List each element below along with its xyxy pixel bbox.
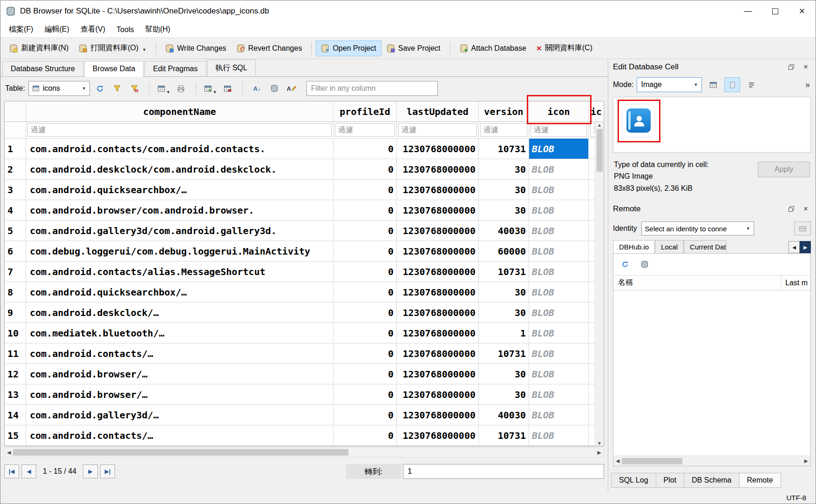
cell-lastUpdated[interactable]: 1230768000000	[397, 364, 479, 384]
export-table-button[interactable]: ▼	[157, 81, 171, 95]
row-number[interactable]: 3	[5, 180, 26, 200]
scroll-left-icon[interactable]: ◀	[7, 450, 11, 456]
cell-profileId[interactable]: 0	[333, 221, 397, 241]
manage-identities-button[interactable]	[794, 222, 811, 235]
export-data-button[interactable]	[724, 77, 740, 92]
cell-version[interactable]: 30	[479, 302, 529, 323]
save-project-button[interactable]: Save Project	[381, 40, 446, 56]
cell-lastUpdated[interactable]: 1230768000000	[397, 405, 479, 425]
cell-lastUpdated[interactable]: 1230768000000	[397, 425, 479, 446]
cell-lastUpdated[interactable]: 1230768000000	[397, 200, 479, 221]
cell-profileId[interactable]: 0	[333, 302, 397, 323]
identity-select[interactable]: Select an identity to conne ▼	[641, 222, 754, 235]
open-project-button[interactable]: Open Project	[316, 40, 381, 56]
previous-record-button[interactable]: ◀	[21, 464, 36, 478]
cell-profileId[interactable]: 0	[333, 180, 397, 200]
menu-edit[interactable]: 編輯(E)	[39, 22, 75, 37]
cell-lastUpdated[interactable]: 1230768000000	[397, 180, 479, 200]
cell-lastUpdated[interactable]: 1230768000000	[397, 323, 479, 343]
cell-componentName[interactable]: com.android.deskclock/com.android.deskcl…	[26, 159, 333, 180]
cell-componentName[interactable]: com.android.quicksearchbox/…	[26, 282, 333, 302]
scroll-right-icon[interactable]: ▶	[598, 450, 601, 456]
edit-cell-button[interactable]: A	[285, 81, 299, 95]
last-record-button[interactable]: ▶|	[100, 464, 115, 478]
row-number[interactable]: 2	[5, 159, 26, 180]
cell-icon-blob[interactable]: BLOB	[529, 384, 589, 405]
next-record-button[interactable]: ▶	[83, 464, 98, 478]
cell-version[interactable]: 30	[479, 364, 529, 384]
cell-icon-blob[interactable]: BLOB	[529, 343, 589, 364]
mode-select[interactable]: Image ▼	[637, 77, 702, 92]
scroll-down-icon[interactable]: ▼	[597, 441, 602, 446]
table-select[interactable]: icons ▼	[28, 81, 90, 96]
cell-icon-blob[interactable]: BLOB	[529, 282, 589, 302]
tab-plot[interactable]: Plot	[656, 473, 685, 488]
cell-icon-blob[interactable]: BLOB	[529, 425, 589, 446]
maximize-button[interactable]	[762, 0, 789, 22]
remote-refresh-button[interactable]	[618, 257, 632, 271]
row-number[interactable]: 5	[5, 221, 26, 241]
close-panel-button[interactable]: ×	[801, 62, 811, 72]
tab-db-schema[interactable]: DB Schema	[684, 473, 739, 488]
column-header-icon[interactable]: icon	[529, 101, 589, 122]
row-number[interactable]: 15	[5, 425, 26, 446]
row-number[interactable]: 13	[5, 384, 26, 405]
row-number[interactable]: 10	[5, 323, 26, 343]
open-database-button[interactable]: 打開資料庫(O) ▼	[74, 40, 151, 57]
cell-profileId[interactable]: 0	[333, 343, 397, 364]
row-number[interactable]: 4	[5, 200, 26, 221]
tab-scroll-left-button[interactable]: ◀	[789, 241, 800, 253]
cell-version[interactable]: 40030	[479, 221, 529, 241]
row-number[interactable]: 1	[5, 139, 26, 159]
cell-lastUpdated[interactable]: 1230768000000	[397, 139, 479, 159]
cell-componentName[interactable]: com.android.contacts/com.android.contact…	[26, 139, 333, 159]
remote-horizontal-scrollbar[interactable]: ◀ ▶	[613, 456, 810, 466]
filter-input-componentName[interactable]: 過濾	[27, 123, 332, 137]
cell-icon-blob[interactable]: BLOB	[529, 241, 589, 262]
filter-input-icon[interactable]: 過濾	[530, 123, 587, 137]
row-number[interactable]: 7	[5, 262, 26, 282]
cell-version[interactable]: 30	[479, 180, 529, 200]
write-changes-button[interactable]: Write Changes	[160, 40, 231, 56]
cell-profileId[interactable]: 0	[333, 384, 397, 405]
filter-any-column-input[interactable]	[306, 81, 438, 96]
cell-icon-blob[interactable]: BLOB	[529, 262, 589, 282]
tab-execute-sql[interactable]: 執行 SQL	[207, 60, 256, 76]
row-number[interactable]: 8	[5, 282, 26, 302]
horizontal-scroll-thumb[interactable]	[622, 458, 682, 464]
menu-file[interactable]: 檔案(F)	[3, 22, 39, 37]
menu-help[interactable]: 幫助(H)	[139, 22, 176, 37]
row-number[interactable]: 11	[5, 343, 26, 364]
column-header-version[interactable]: version	[479, 101, 529, 122]
cell-lastUpdated[interactable]: 1230768000000	[397, 384, 479, 405]
chevron-down-icon[interactable]: ▼	[142, 47, 146, 53]
close-panel-button[interactable]: ×	[801, 204, 811, 214]
cell-lastUpdated[interactable]: 1230768000000	[397, 159, 479, 180]
cell-lastUpdated[interactable]: 1230768000000	[397, 262, 479, 282]
cell-version[interactable]: 30	[479, 159, 529, 180]
cell-profileId[interactable]: 0	[333, 262, 397, 282]
column-header-partial[interactable]: ic	[589, 101, 604, 122]
remote-table-body[interactable]	[613, 290, 810, 456]
cell-profileId[interactable]: 0	[333, 405, 397, 425]
cell-lastUpdated[interactable]: 1230768000000	[397, 241, 479, 262]
refresh-button[interactable]	[93, 81, 107, 95]
cell-lastUpdated[interactable]: 1230768000000	[397, 343, 479, 364]
cell-version[interactable]: 1	[479, 323, 529, 343]
tab-scroll-right-button[interactable]: ▶	[800, 241, 811, 253]
cell-componentName[interactable]: com.android.contacts/alias.MessageShortc…	[26, 262, 333, 282]
close-button[interactable]: ×	[789, 0, 816, 22]
cell-icon-blob[interactable]: BLOB	[529, 200, 589, 221]
cell-componentName[interactable]: com.android.browser/…	[26, 364, 333, 384]
cell-icon-blob[interactable]: BLOB	[529, 221, 589, 241]
tab-database-structure[interactable]: Database Structure	[2, 61, 83, 76]
cell-version[interactable]: 10731	[479, 139, 529, 159]
cell-profileId[interactable]: 0	[333, 200, 397, 221]
cell-componentName[interactable]: com.android.gallery3d/…	[26, 405, 333, 425]
cell-icon-blob[interactable]: BLOB	[529, 405, 589, 425]
apply-button[interactable]: Apply	[758, 161, 810, 177]
cell-icon-blob[interactable]: BLOB	[529, 302, 589, 323]
goto-record-input[interactable]	[403, 464, 604, 479]
tab-browse-data[interactable]: Browse Data	[84, 61, 144, 77]
cell-componentName[interactable]: com.android.browser/com.android.browser.	[26, 200, 333, 221]
